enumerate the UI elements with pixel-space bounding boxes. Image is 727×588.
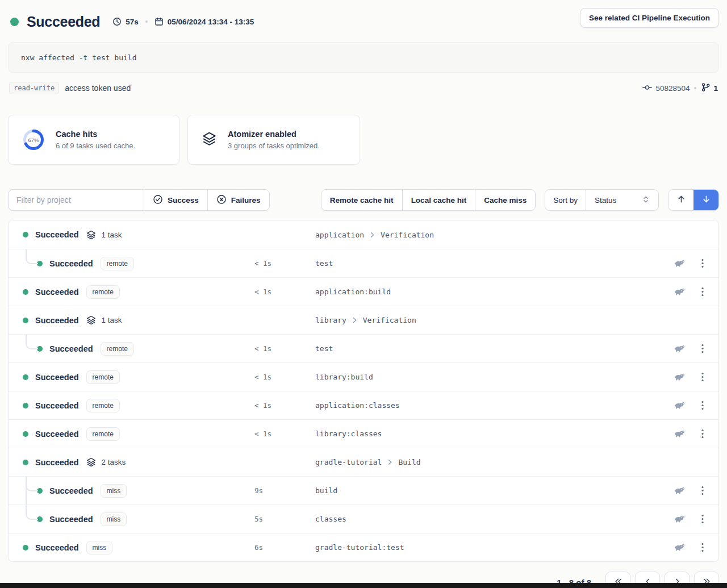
gradle-elephant-icon[interactable] — [672, 484, 687, 497]
local-cache-hit-button[interactable]: Local cache hit — [402, 190, 475, 210]
run-dates: 05/06/2024 13:34 - 13:35 — [154, 17, 254, 26]
cache-badge: miss — [101, 484, 127, 498]
atomizer-card[interactable]: Atomizer enabled 3 groups of tasks optim… — [187, 115, 360, 165]
task-table: Succeeded 1 task application Verificatio… — [8, 220, 719, 562]
sort-selected-value: Status — [595, 196, 616, 205]
kebab-menu-icon[interactable] — [699, 370, 706, 384]
kebab-menu-icon[interactable] — [699, 256, 706, 270]
row-status-label: Succeeded — [35, 401, 79, 410]
cache-progress-ring-icon: 67% — [22, 128, 45, 151]
branch-link[interactable]: 1 — [701, 82, 718, 94]
meta-dot-separator — [145, 20, 148, 23]
task-row[interactable]: Succeeded remote < 1s library:build — [9, 362, 718, 391]
row-status-label: Succeeded — [35, 458, 79, 467]
gradle-elephant-icon[interactable] — [672, 427, 687, 440]
success-filter-button[interactable]: Success — [144, 190, 207, 210]
task-status-cell: Succeeded remote — [23, 427, 254, 441]
filter-bar-right: Remote cache hit Local cache hit Cache m… — [321, 189, 719, 211]
kebab-menu-icon[interactable] — [699, 427, 706, 441]
gradle-elephant-icon[interactable] — [672, 342, 687, 355]
task-group-row[interactable]: Succeeded 1 task application Verificatio… — [9, 220, 718, 249]
task-count: 1 task — [102, 316, 122, 324]
cache-percent-label: 67% — [22, 128, 45, 151]
layers-icon — [86, 457, 97, 468]
gradle-elephant-icon[interactable] — [672, 541, 687, 554]
task-row[interactable]: Succeeded remote < 1s library:classes — [9, 419, 718, 448]
sort-select[interactable]: Status — [586, 190, 658, 210]
task-name: classes — [315, 515, 346, 523]
tree-elbow — [26, 477, 38, 491]
task-duration: < 1s — [254, 344, 315, 353]
sort-descending-button[interactable] — [693, 190, 718, 210]
row-menu-cell — [692, 540, 713, 554]
atomizer-card-title: Atomizer enabled — [228, 130, 320, 139]
run-status-dot-icon — [10, 18, 19, 26]
failures-filter-label: Failures — [231, 196, 261, 205]
task-group-row[interactable]: Succeeded 2 tasks gradle-tutorial Build — [9, 448, 718, 476]
branch-count: 1 — [713, 84, 718, 93]
row-menu-cell — [692, 370, 713, 384]
kebab-menu-icon[interactable] — [699, 483, 706, 498]
cache-hits-card[interactable]: 67% Cache hits 6 of 9 tasks used cache. — [8, 115, 179, 165]
task-name: test — [315, 344, 333, 353]
task-duration: 6s — [254, 543, 315, 552]
task-row[interactable]: Succeeded remote < 1s application:classe… — [9, 391, 718, 419]
task-row[interactable]: Succeeded remote < 1s application:build — [9, 277, 718, 306]
gradle-elephant-icon[interactable] — [672, 399, 687, 412]
task-status-cell: Succeeded remote — [23, 285, 254, 299]
kebab-menu-icon[interactable] — [699, 512, 706, 526]
gradle-elephant-icon[interactable] — [672, 285, 687, 298]
runner-cell — [666, 399, 692, 412]
row-menu-cell — [692, 483, 713, 498]
failures-filter-button[interactable]: Failures — [207, 190, 269, 210]
target-name: Verification — [381, 231, 434, 239]
task-status-cell: Succeeded remote — [23, 342, 254, 356]
sort-ascending-button[interactable] — [668, 190, 693, 210]
task-row[interactable]: Succeeded miss 6s gradle-tutorial:test — [9, 533, 718, 561]
cache-badge: remote — [86, 285, 120, 299]
task-row[interactable]: Succeeded remote < 1s test — [9, 334, 718, 362]
gradle-elephant-icon[interactable] — [672, 512, 687, 526]
task-count: 2 tasks — [102, 458, 126, 466]
see-related-ci-pipeline-button[interactable]: See related CI Pipeline Execution — [580, 8, 719, 28]
task-row[interactable]: Succeeded miss 5s classes — [9, 504, 718, 533]
remote-cache-hit-button[interactable]: Remote cache hit — [321, 190, 402, 210]
filter-by-project-input[interactable] — [9, 190, 144, 210]
row-menu-cell — [692, 512, 713, 526]
check-circle-icon — [153, 194, 163, 206]
access-token-text: access token used — [65, 84, 131, 93]
task-name: library:classes — [315, 429, 382, 438]
group-status-cell: Succeeded 1 task — [23, 315, 254, 326]
task-row[interactable]: Succeeded remote < 1s test — [9, 249, 718, 277]
task-status-cell: Succeeded remote — [23, 370, 254, 384]
project-filter-group: Success Failures — [8, 189, 270, 211]
commit-link[interactable]: 50828504 — [642, 83, 690, 94]
atomizer-layers-icon — [202, 131, 217, 149]
sort-direction-group — [668, 189, 719, 211]
status-dot-icon — [23, 289, 28, 295]
kebab-menu-icon[interactable] — [699, 341, 706, 356]
kebab-menu-icon[interactable] — [699, 285, 706, 299]
cache-miss-button[interactable]: Cache miss — [475, 190, 535, 210]
target-name: Build — [398, 458, 420, 466]
project-name: gradle-tutorial — [315, 458, 382, 466]
status-dot-icon — [23, 403, 28, 408]
task-row[interactable]: Succeeded miss 9s build — [9, 476, 718, 504]
access-token-row: read-write access token used 50828504 1 — [8, 81, 719, 95]
row-status-label: Succeeded — [49, 344, 93, 353]
row-status-label: Succeeded — [35, 230, 79, 239]
kebab-menu-icon[interactable] — [699, 540, 706, 554]
task-group-row[interactable]: Succeeded 1 task library Verification — [9, 306, 718, 334]
kebab-menu-icon[interactable] — [699, 398, 706, 412]
gradle-elephant-icon[interactable] — [672, 257, 687, 270]
row-status-label: Succeeded — [49, 259, 93, 268]
row-status-label: Succeeded — [35, 287, 79, 297]
task-duration: < 1s — [254, 401, 315, 410]
cache-badge: miss — [86, 541, 113, 554]
gradle-elephant-icon[interactable] — [672, 370, 687, 383]
run-duration: 57s — [112, 17, 139, 26]
task-status-cell: Succeeded remote — [23, 399, 254, 412]
git-commit-icon — [642, 83, 652, 94]
layers-icon — [86, 230, 97, 240]
task-name-cell: application:build — [315, 287, 666, 296]
